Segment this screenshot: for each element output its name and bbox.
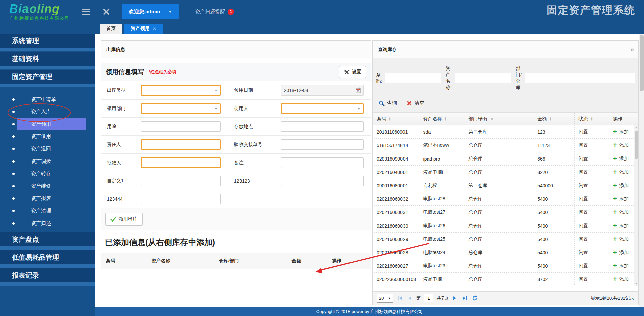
add-row-button[interactable]: +添加 (613, 249, 629, 256)
outbound-submit-button[interactable]: 领用出库 (105, 213, 143, 226)
next-page-button[interactable] (453, 296, 457, 301)
form-text-input[interactable] (141, 139, 221, 150)
table-row[interactable]: 090016080001专利权第二仓库540000闲置+添加 (373, 179, 638, 192)
stock-column-header[interactable]: 金额▲▼ (533, 113, 575, 125)
plus-icon: + (613, 275, 617, 282)
form-text-input[interactable] (141, 176, 221, 186)
filter-input[interactable] (455, 73, 511, 83)
filter-input[interactable] (385, 73, 441, 83)
add-row-button[interactable]: +添加 (613, 142, 629, 148)
settings-button[interactable]: 设置 (339, 66, 366, 78)
add-row-button[interactable]: +添加 (613, 169, 629, 175)
last-page-button[interactable] (462, 296, 467, 301)
menu-toggle-icon[interactable] (82, 9, 90, 15)
sidebar-item[interactable]: 资产申请单 (0, 93, 95, 106)
sidebar-item[interactable]: 资产清理 (0, 205, 95, 217)
table-row[interactable]: 020216060028电脑test24总仓库5400闲置+添加 (373, 246, 638, 259)
form-row: 领用部门▾使用人▾ (101, 100, 371, 118)
sidebar-section[interactable]: 报表记录 (0, 268, 95, 282)
stock-column-header[interactable]: 条码▲▼ (373, 113, 419, 125)
search-button[interactable]: 查询 (379, 100, 397, 106)
tab-label: 首页 (106, 24, 116, 34)
table-row[interactable]: 518155174814笔记本neww总仓库11123闲置+添加 (373, 139, 638, 152)
sidebar-section[interactable]: 基础资料 (0, 52, 95, 66)
footer: Copyright © 2018 power by 广州标领信息科技有限公司 (95, 307, 644, 316)
table-row[interactable]: 020316090004ipad pro总仓库666闲置+添加 (373, 152, 638, 166)
sidebar-item[interactable]: 资产退回 (0, 143, 95, 155)
scroll-down-icon[interactable]: ▼ (634, 281, 638, 286)
add-row-button[interactable]: +添加 (613, 236, 629, 242)
sidebar-section[interactable]: 低值易耗品管理 (0, 250, 95, 264)
table-row[interactable]: 020216060032电脑test28总仓库5400闲置+添加 (373, 192, 638, 206)
table-row[interactable]: 020216060027电脑test23总仓库5400闲置+添加 (373, 259, 638, 273)
stock-column-header[interactable]: 资产名称▲▼ (419, 113, 465, 125)
table-row[interactable]: 201811060001sda第二仓库123闲置+添加 (373, 125, 638, 139)
stock-column-header[interactable]: 部门/仓库▲▼ (464, 113, 533, 125)
sidebar-section[interactable]: 固定资产管理 (0, 70, 95, 84)
prev-page-button[interactable] (408, 296, 412, 301)
form-select[interactable]: ▾ (141, 103, 221, 114)
form-text-input[interactable] (281, 176, 364, 186)
sidebar-item[interactable]: 资产报废 (0, 192, 95, 205)
page-scrollbar-thumb[interactable] (640, 35, 644, 91)
add-row-button[interactable]: +添加 (613, 129, 629, 135)
table-cell: 总仓库 (464, 166, 533, 179)
close-icon[interactable] (102, 7, 111, 16)
table-cell: 总仓库 (464, 152, 533, 165)
tab-active[interactable]: 资产领用× (124, 24, 163, 34)
add-row-button[interactable]: +添加 (613, 276, 629, 282)
add-row-button[interactable]: +添加 (613, 182, 629, 189)
form-select[interactable]: ▾ (281, 103, 364, 114)
first-page-icon (397, 296, 403, 301)
table-scrollbar-thumb[interactable] (635, 131, 638, 159)
sidebar-section[interactable]: 系统管理 (0, 34, 95, 48)
sidebar-item[interactable]: 资产归还 (0, 217, 95, 230)
scroll-up-icon[interactable]: ▲ (634, 125, 638, 130)
form-text-input[interactable] (281, 157, 364, 168)
calendar-icon: 15 (356, 87, 361, 93)
collapse-panel-icon[interactable]: » (630, 41, 633, 58)
table-row[interactable]: 020216060030电脑test26总仓库5400闲置+添加 (373, 219, 638, 233)
form-select[interactable]: ▾ (141, 85, 221, 96)
clear-button[interactable]: 清空 (407, 100, 424, 106)
submit-label: 领用出库 (119, 216, 138, 222)
sidebar-item-label: 资产转存 (31, 171, 51, 177)
refresh-button[interactable] (472, 295, 478, 301)
stock-column-header[interactable]: 状态▲▼ (575, 113, 609, 125)
add-row-button[interactable]: +添加 (613, 196, 629, 202)
form-text-input[interactable] (281, 139, 364, 150)
add-row-button[interactable]: +添加 (613, 263, 629, 269)
page-number-input[interactable] (424, 294, 433, 302)
page-size-select[interactable]: 20 ▼ (377, 294, 393, 303)
first-page-button[interactable] (397, 296, 403, 301)
table-row[interactable]: 020216060031电脑test27总仓库5400闲置+添加 (373, 206, 638, 219)
tab-close-icon[interactable]: × (153, 26, 156, 31)
page-scrollbar[interactable] (639, 34, 644, 307)
form-text-input[interactable] (141, 157, 221, 168)
sidebar-item[interactable]: 资产维修 (0, 180, 95, 192)
sidebar-item[interactable]: 资产借用 (0, 130, 95, 143)
table-row[interactable]: 020216040001液晶电脑t总仓库3220闲置+添加 (373, 166, 638, 179)
form-field-cell (136, 172, 228, 190)
form-title: 领用信息填写 (106, 68, 144, 76)
form-text-input[interactable] (141, 121, 221, 132)
form-text-input[interactable] (281, 121, 364, 132)
filter-input[interactable] (525, 73, 635, 83)
welcome-user-button[interactable]: 欢迎您,admin (122, 4, 179, 19)
sidebar-section[interactable]: 资产盘点 (0, 232, 95, 246)
add-row-button[interactable]: +添加 (613, 155, 629, 162)
add-row-button[interactable]: +添加 (613, 209, 629, 215)
add-row-button[interactable]: +添加 (613, 223, 629, 229)
top-header: Biaoling 广州标领信息科技有限公司 欢迎您,admin 资产归还提醒 1… (0, 0, 644, 23)
sidebar-item[interactable]: 资产转存 (0, 168, 95, 180)
sidebar-item[interactable]: 资产入库 (0, 106, 95, 118)
sidebar-item-active[interactable]: 资产领用 (0, 118, 95, 130)
tab-item[interactable]: 首页 (100, 24, 122, 34)
return-reminder[interactable]: 资产归还提醒 1 (195, 9, 234, 15)
sidebar-item[interactable]: 资产调拨 (0, 155, 95, 168)
table-row[interactable]: 020223600000103液晶电脑总仓库3702闲置+添加 (373, 273, 638, 286)
form-text-input[interactable] (141, 194, 221, 204)
date-input[interactable]: 2018-12-0815 (281, 85, 364, 96)
table-scrollbar[interactable]: ▲▼ (634, 125, 638, 286)
table-row[interactable]: 020216060029电脑test25总仓库5400闲置+添加 (373, 233, 638, 246)
